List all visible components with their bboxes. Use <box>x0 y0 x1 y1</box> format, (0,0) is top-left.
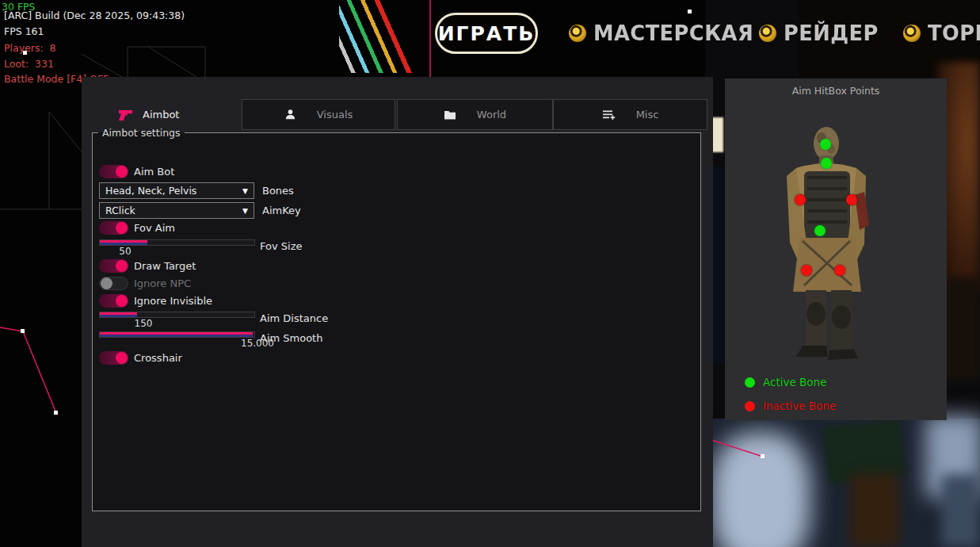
hitbox-dots <box>725 78 947 420</box>
pistol-icon <box>119 109 134 121</box>
red-dot-icon <box>745 401 755 411</box>
draw-target-label: Draw Target <box>134 260 196 272</box>
fov-size-label: Fov Size <box>260 240 302 252</box>
hitbox-panel: Aim HitBox Points Active Bone <box>725 78 947 420</box>
coin-icon <box>903 25 921 42</box>
hitbox-right-shoulder-dot <box>846 194 857 205</box>
aimkey-dropdown-value: RClick <box>105 205 135 216</box>
draw-target-toggle[interactable] <box>99 259 128 273</box>
menu-item-label: МАСТЕРСКАЯ <box>593 21 753 45</box>
play-button[interactable]: ИГРАТЬ <box>435 13 538 54</box>
aimbot-settings-group: Aimbot settings Aim Bot Head, Neck, Pelv… <box>92 127 701 511</box>
coin-icon <box>759 25 776 42</box>
hitbox-pelvis-dot <box>814 225 826 236</box>
green-dot-icon <box>745 377 755 388</box>
aim-bot-label: Aim Bot <box>134 166 174 178</box>
tab-label: World <box>477 109 506 120</box>
legend-inactive-bone: Inactive Bone <box>745 400 836 412</box>
aimkey-dropdown[interactable]: RClick ▼ <box>99 202 254 219</box>
group-title: Aimbot settings <box>98 127 185 139</box>
menu-item-trade[interactable]: ТОРГО <box>903 21 980 45</box>
aim-bot-toggle[interactable] <box>99 165 128 178</box>
legend-active-bone: Active Bone <box>745 376 826 388</box>
cheat-menu-panel: Aimbot Visuals World Misc Aimbot setting… <box>82 77 713 547</box>
chevron-down-icon: ▼ <box>242 187 248 195</box>
tab-world[interactable]: World <box>397 99 553 130</box>
tab-misc[interactable]: Misc <box>553 99 707 130</box>
hitbox-right-hip-dot <box>834 265 845 276</box>
bones-dropdown[interactable]: Head, Neck, Pelvis ▼ <box>99 182 254 199</box>
chevron-down-icon: ▼ <box>242 207 248 215</box>
fov-size-value: 50 <box>99 246 151 257</box>
menu-item-label: РЕЙДЕР <box>784 21 879 45</box>
folder-icon <box>444 109 456 120</box>
coin-icon <box>569 25 586 42</box>
hitbox-left-hip-dot <box>801 265 812 276</box>
crosshair-toggle[interactable] <box>99 351 128 365</box>
fov-size-slider[interactable] <box>99 239 255 246</box>
ignore-invisible-label: Ignore Invisible <box>134 295 212 307</box>
aim-smooth-label: Aim Smooth <box>260 332 322 344</box>
hitbox-neck-dot <box>821 158 832 169</box>
legend-label: Inactive Bone <box>763 400 836 412</box>
playlist-add-icon <box>602 109 616 121</box>
tab-visuals[interactable]: Visuals <box>242 99 395 130</box>
bones-dropdown-value: Head, Neck, Pelvis <box>105 185 196 197</box>
crosshair-label: Crosshair <box>134 352 182 364</box>
ignore-npc-toggle[interactable] <box>99 277 128 290</box>
bones-label: Bones <box>262 185 294 197</box>
screen: 30 FPS [ARC] Build (Dec 28 2025, 09:43:3… <box>0 0 980 547</box>
menu-item-label: ТОРГО <box>928 21 980 45</box>
ignore-invisible-toggle[interactable] <box>99 294 128 308</box>
legend-label: Active Bone <box>763 376 826 388</box>
hud-loot: Loot: 331 <box>4 58 54 70</box>
hud-players: Players: 8 <box>4 42 56 54</box>
aim-smooth-slider[interactable] <box>99 331 255 338</box>
aim-distance-value: 150 <box>116 318 170 329</box>
aimkey-label: AimKey <box>262 205 301 216</box>
aim-distance-slider[interactable] <box>99 312 255 318</box>
fov-aim-label: Fov Aim <box>134 222 175 234</box>
hud-fps: FPS 161 <box>4 25 44 37</box>
menu-item-workshop[interactable]: МАСТЕРСКАЯ <box>569 21 762 45</box>
rainbow-neon-stripes <box>339 0 442 73</box>
tab-aimbot[interactable]: Aimbot <box>82 99 242 130</box>
tab-label: Misc <box>636 109 659 120</box>
person-icon <box>284 109 296 120</box>
fov-aim-toggle[interactable] <box>99 221 128 235</box>
tab-label: Aimbot <box>143 109 179 120</box>
ignore-npc-label: Ignore NPC <box>134 277 191 289</box>
hitbox-head-dot <box>820 139 831 150</box>
tab-label: Visuals <box>317 109 353 120</box>
hud-build: [ARC] Build (Dec 28 2025, 09:43:38) <box>4 10 185 21</box>
aim-distance-label: Aim Distance <box>260 312 328 324</box>
menu-item-raider[interactable]: РЕЙДЕР <box>759 21 883 45</box>
hitbox-left-shoulder-dot <box>795 194 806 205</box>
